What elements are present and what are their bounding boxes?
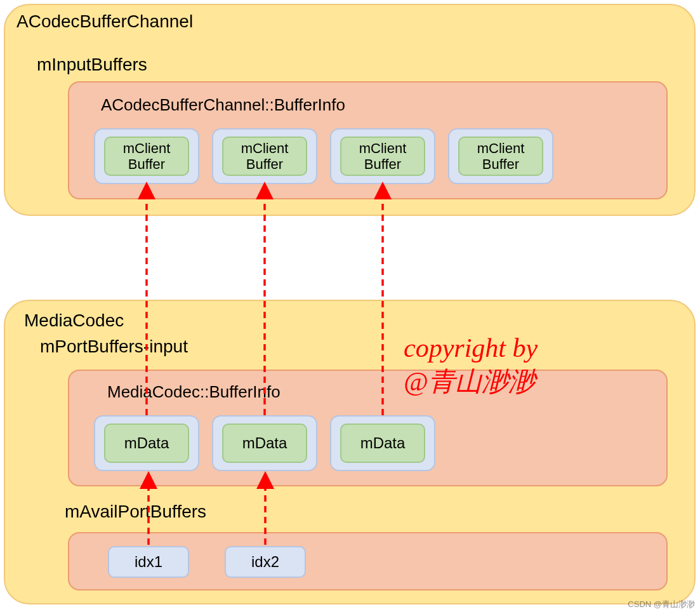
top-inner-title: ACodecBufferChannel::BufferInfo bbox=[101, 95, 345, 115]
mclient-buffer: mClient Buffer bbox=[340, 137, 425, 176]
csdn-mark: CSDN @青山渺渺 bbox=[628, 599, 695, 610]
idx-box: idx1 bbox=[108, 546, 189, 578]
mdata-buffer: mData bbox=[104, 424, 189, 463]
mdata-buffer: mData bbox=[340, 424, 425, 463]
top-title: ACodecBufferChannel bbox=[17, 11, 193, 32]
mclient-buffer: mClient Buffer bbox=[458, 137, 543, 176]
mclient-buffer: mClient Buffer bbox=[222, 137, 307, 176]
top-group-label: mInputBuffers bbox=[37, 55, 147, 75]
bottom-inner-title: MediaCodec::BufferInfo bbox=[107, 382, 281, 402]
bottom-group-label: mPortBuffers-input bbox=[40, 337, 188, 357]
watermark: copyright by @青山渺渺 bbox=[404, 331, 538, 398]
mclient-buffer: mClient Buffer bbox=[104, 137, 189, 176]
avail-port-buffers-label: mAvailPortBuffers bbox=[65, 502, 206, 522]
idx-box: idx2 bbox=[225, 546, 306, 578]
bottom-title: MediaCodec bbox=[24, 310, 124, 331]
watermark-line1: copyright by bbox=[404, 331, 538, 365]
mdata-buffer: mData bbox=[222, 424, 307, 463]
watermark-line2: @青山渺渺 bbox=[404, 365, 538, 399]
